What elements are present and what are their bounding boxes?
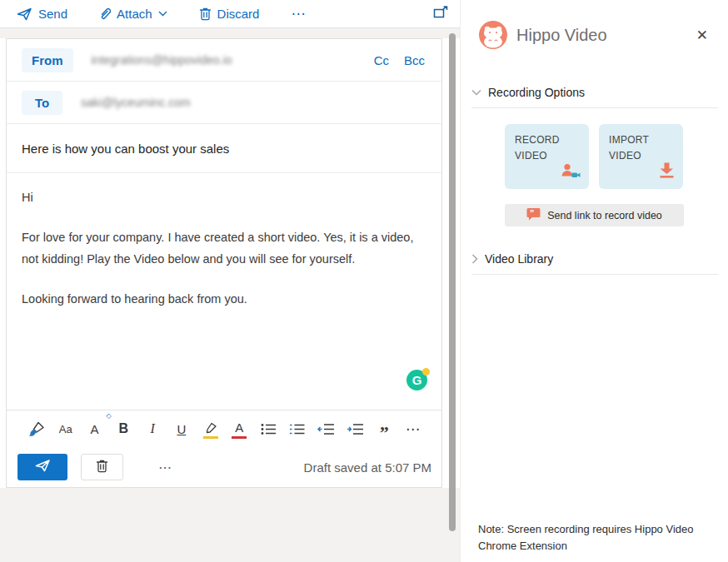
subject-input[interactable]: Here is how you can boost your sales [7, 124, 441, 173]
underline-button[interactable]: U [172, 418, 192, 440]
message-body-editor[interactable]: Hi For love for your company. I have cre… [7, 173, 441, 410]
format-painter-icon[interactable] [27, 418, 47, 440]
body-paragraph: For love for your company. I have create… [22, 226, 426, 270]
open-in-new-window-button[interactable] [433, 6, 448, 22]
to-row: To saki@lyceuminc.com [7, 82, 441, 124]
body-closing: Looking forward to hearing back from you… [22, 288, 426, 310]
bullet-list-button[interactable] [258, 418, 278, 440]
panel-header: Hippo Video ✕ [461, 0, 728, 49]
size-diamond-icon: ◇ [106, 412, 111, 420]
cc-button[interactable]: Cc [374, 53, 389, 67]
formatting-toolbar: Aa A ◇ B I U A [7, 410, 441, 447]
draft-saved-status: Draft saved at 5:07 PM [173, 460, 431, 475]
increase-indent-button[interactable] [345, 418, 365, 440]
grammarly-button[interactable]: G [406, 370, 428, 391]
from-row: From integrations@hippovideo.io Cc Bcc [7, 39, 441, 82]
from-field-button[interactable]: From [22, 48, 73, 72]
compose-footer: ⋯ Draft saved at 5:07 PM [7, 447, 441, 487]
send-button-top[interactable]: Send [17, 7, 67, 21]
import-video-card[interactable]: IMPORT VIDEO [599, 124, 683, 189]
video-library-label: Video Library [485, 252, 553, 266]
highlight-color-bar [203, 436, 218, 439]
decrease-indent-button[interactable] [317, 418, 337, 440]
send-plane-filled-icon [35, 460, 51, 475]
highlight-button[interactable] [201, 418, 221, 440]
trash-icon [199, 7, 212, 21]
extension-note: Note: Screen recording requires Hippo Vi… [478, 521, 696, 555]
paperclip-icon [99, 7, 111, 21]
recording-option-cards: RECORD VIDEO IMPORT VIDEO [505, 124, 728, 189]
footer-more-button[interactable]: ⋯ [158, 460, 173, 475]
font-color-bar [232, 436, 247, 439]
ellipsis-icon: ⋯ [291, 5, 307, 22]
formatting-more-button[interactable]: ⋯ [403, 418, 423, 440]
from-address-value[interactable]: integrations@hippovideo.io [92, 53, 374, 67]
body-greeting: Hi [22, 187, 426, 208]
vertical-scrollbar[interactable] [449, 33, 456, 531]
attach-button[interactable]: Attach [99, 7, 167, 21]
blockquote-button[interactable]: ” [374, 418, 394, 440]
send-button-bottom[interactable] [17, 454, 67, 480]
send-link-label: Send link to record video [547, 210, 662, 221]
compose-card: From integrations@hippovideo.io Cc Bcc T… [6, 38, 442, 488]
chevron-right-icon [471, 254, 478, 264]
discard-button[interactable]: Discard [199, 7, 260, 21]
send-plane-icon [17, 7, 32, 21]
import-video-label: IMPORT VIDEO [609, 132, 659, 163]
to-address-value[interactable]: saki@lyceuminc.com [81, 96, 428, 109]
compose-pane: Send Attach Discard ⋯ [0, 0, 460, 562]
chevron-down-icon [471, 89, 481, 96]
recording-options-header[interactable]: Recording Options [471, 86, 718, 99]
close-panel-icon[interactable]: ✕ [693, 25, 711, 46]
discard-draft-button[interactable] [81, 454, 123, 480]
bcc-button[interactable]: Bcc [404, 53, 425, 67]
video-library-header[interactable]: Video Library [471, 252, 718, 266]
hippo-video-logo-icon [479, 21, 507, 49]
outlook-compose-with-hippo-addin: Send Attach Discard ⋯ [0, 0, 728, 562]
toolbar-more-button[interactable]: ⋯ [291, 5, 307, 22]
send-label: Send [38, 7, 67, 21]
discard-label: Discard [217, 7, 260, 21]
to-field-button[interactable]: To [22, 91, 62, 115]
compose-background [0, 488, 460, 562]
import-download-icon [658, 162, 676, 182]
grammarly-status-dot [422, 368, 430, 375]
chevron-down-icon [158, 11, 167, 17]
toolbar-gap [0, 28, 460, 38]
attach-label: Attach [117, 7, 152, 21]
bold-button[interactable]: B [113, 418, 133, 440]
speech-bubble-quote-icon: ” [526, 207, 541, 223]
trash-icon [96, 459, 108, 475]
svg-text:”: ” [530, 208, 534, 217]
section-divider [471, 274, 718, 275]
font-name-button[interactable]: Aa [56, 418, 76, 440]
panel-title: Hippo Video [516, 26, 693, 45]
numbered-list-button[interactable] [287, 418, 307, 440]
italic-button[interactable]: I [142, 418, 162, 440]
record-video-label: RECORD VIDEO [515, 132, 565, 163]
font-size-button[interactable]: A ◇ [85, 418, 105, 440]
compose-toolbar: Send Attach Discard ⋯ [0, 0, 460, 28]
record-video-card[interactable]: RECORD VIDEO [505, 124, 589, 189]
hippo-video-panel: Hippo Video ✕ Recording Options RECORD V… [460, 0, 728, 562]
section-divider [471, 107, 718, 108]
recording-options-label: Recording Options [488, 86, 585, 99]
font-color-button[interactable]: A [229, 418, 249, 440]
record-person-camera-icon [561, 163, 581, 182]
send-link-to-record-button[interactable]: ” Send link to record video [505, 204, 684, 226]
